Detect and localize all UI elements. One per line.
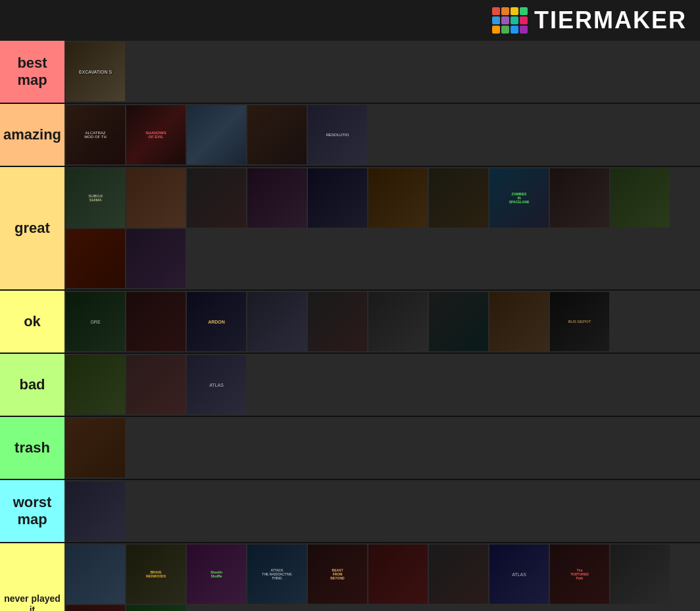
tier-row-trash: trash	[0, 417, 700, 480]
list-item[interactable]	[308, 168, 367, 228]
tier-row-worst: worst map	[0, 480, 700, 543]
list-item[interactable]: ATLAS	[489, 545, 549, 604]
tier-label-trash: trash	[0, 417, 64, 479]
header: TiERMAKER	[0, 0, 700, 41]
list-item[interactable]	[66, 229, 125, 288]
list-item[interactable]	[66, 481, 125, 541]
list-item[interactable]	[66, 355, 125, 414]
tier-items-great: SUBOJISHIMA ZOMBIESINSPACELAND	[64, 167, 700, 289]
list-item[interactable]: EXCAVATION S	[66, 42, 125, 101]
tier-row-great: great SUBOJISHIMA ZOMBIESINSPAC	[0, 167, 700, 291]
list-item[interactable]: BRAVEREDWOODS	[126, 545, 186, 604]
list-item[interactable]	[368, 168, 428, 228]
app-container: TiERMAKER best map EXCAVATION S amazing …	[0, 0, 700, 611]
list-item[interactable]: ARDON	[187, 292, 246, 351]
list-item[interactable]: ZOMBIESINSPACELAND	[489, 168, 549, 228]
list-item[interactable]	[126, 292, 186, 351]
logo-cell-10	[501, 26, 509, 34]
tiermaker-logo: TiERMAKER	[492, 7, 687, 34]
tier-row-best: best map EXCAVATION S	[0, 41, 700, 104]
tier-label-great: great	[0, 167, 64, 289]
logo-cell-1	[492, 7, 500, 15]
tier-row-ok: ok GRE ARDON	[0, 291, 700, 354]
tier-items-bad: ATLAS	[64, 354, 700, 416]
tier-label-bad: bad	[0, 354, 64, 416]
tier-items-trash	[64, 417, 700, 479]
tier-row-amazing: amazing ALCATRAZMOD OF TH SHADOWSOF EVIL…	[0, 104, 700, 167]
list-item[interactable]	[126, 605, 186, 611]
list-item[interactable]	[611, 168, 670, 228]
list-item[interactable]: ALCATRAZMOD OF TH	[66, 105, 125, 164]
list-item[interactable]	[66, 418, 125, 477]
list-item[interactable]	[247, 105, 307, 164]
list-item[interactable]: SHADOWSOF EVIL	[126, 105, 186, 164]
list-item[interactable]: ATLAS	[187, 355, 246, 414]
list-item[interactable]	[368, 545, 428, 604]
list-item[interactable]	[187, 105, 246, 164]
tier-items-amazing: ALCATRAZMOD OF TH SHADOWSOF EVIL RESOLUT…	[64, 104, 700, 166]
list-item[interactable]: GRE	[66, 292, 125, 351]
list-item[interactable]: ATTACKTHE RADIOACTIVETHING	[247, 545, 307, 604]
logo-cell-3	[511, 7, 518, 15]
list-item[interactable]	[429, 168, 488, 228]
logo-cell-7	[511, 16, 518, 24]
list-item[interactable]: RESOLUTIO	[308, 105, 367, 164]
list-item[interactable]	[66, 545, 125, 604]
tier-label-never: never played it	[0, 543, 64, 611]
list-item[interactable]	[66, 605, 125, 611]
list-item[interactable]	[489, 292, 549, 351]
logo-cell-11	[511, 26, 518, 34]
logo-text: TiERMAKER	[534, 7, 687, 34]
list-item[interactable]	[429, 545, 488, 604]
tier-items-best: EXCAVATION S	[64, 41, 700, 103]
list-item[interactable]: ShaolinShuffle	[187, 545, 246, 604]
list-item[interactable]	[187, 168, 246, 228]
list-item[interactable]	[550, 168, 609, 228]
tier-row-never: never played it BRAVEREDWOODS ShaolinShu…	[0, 543, 700, 611]
tier-row-bad: bad ATLAS	[0, 354, 700, 417]
list-item[interactable]: TheTORTUREDPath	[550, 545, 609, 604]
tier-items-ok: GRE ARDON BUS DEPOT	[64, 291, 700, 353]
tier-label-ok: ok	[0, 291, 64, 353]
list-item[interactable]	[368, 292, 428, 351]
logo-cell-2	[501, 7, 509, 15]
list-item[interactable]	[308, 292, 367, 351]
list-item[interactable]: BEASTFROMBEYOND	[308, 545, 367, 604]
tier-items-worst	[64, 480, 700, 542]
list-item[interactable]	[126, 229, 186, 288]
logo-cell-9	[492, 26, 500, 34]
logo-cell-8	[520, 16, 528, 24]
tier-label-best: best map	[0, 41, 64, 103]
list-item[interactable]	[126, 168, 186, 228]
list-item[interactable]	[429, 292, 488, 351]
logo-cell-4	[520, 7, 528, 15]
logo-cell-6	[501, 16, 509, 24]
logo-cell-12	[520, 26, 528, 34]
list-item[interactable]	[247, 292, 307, 351]
tier-label-worst: worst map	[0, 480, 64, 542]
tier-table: best map EXCAVATION S amazing ALCATRAZMO…	[0, 41, 700, 611]
logo-cell-5	[492, 16, 500, 24]
list-item[interactable]	[247, 168, 307, 228]
list-item[interactable]: BUS DEPOT	[550, 292, 609, 351]
list-item[interactable]	[126, 355, 186, 414]
tier-label-amazing: amazing	[0, 104, 64, 166]
list-item[interactable]: SUBOJISHIMA	[66, 168, 125, 228]
list-item[interactable]	[611, 545, 670, 604]
tier-items-never: BRAVEREDWOODS ShaolinShuffle ATTACKTHE R…	[64, 543, 700, 611]
logo-grid	[492, 7, 528, 34]
